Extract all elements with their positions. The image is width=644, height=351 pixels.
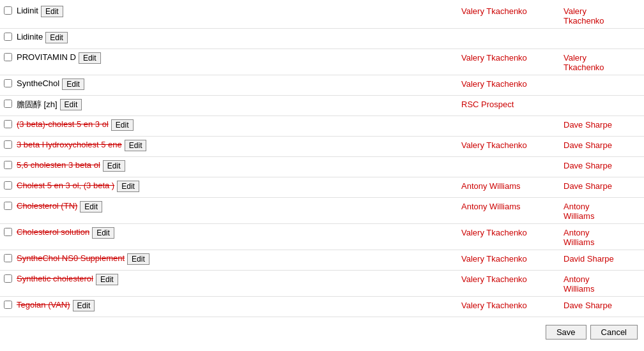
edit-button[interactable]: Edit bbox=[79, 52, 101, 64]
row-name-col: SyntheCholEdit bbox=[17, 78, 461, 90]
row-name-text: Tegolan (VAN) bbox=[17, 300, 70, 310]
row-col2: Antony Williams bbox=[564, 273, 640, 294]
table-row: Cholesterol solutionEditValery Tkachenko… bbox=[0, 224, 644, 250]
row-checkbox[interactable] bbox=[4, 301, 12, 309]
main-container: LidinitEditValery TkachenkoValery Tkache… bbox=[0, 0, 644, 351]
row-name-text: Cholesterol solution bbox=[17, 227, 89, 237]
table-row: LidiniteEdit bbox=[0, 29, 644, 49]
row-name-text: Lidinite bbox=[17, 32, 43, 41]
table-row: SyntheCholEditValery Tkachenko bbox=[0, 75, 644, 96]
row-name-col: 膽固醇 [zh]Edit bbox=[17, 98, 461, 110]
row-name-col: 5,6 cholesten 3 beta olEdit bbox=[17, 160, 461, 172]
row-col1: Valery Tkachenko bbox=[461, 299, 564, 310]
row-name-col: LidinitEdit bbox=[17, 5, 461, 17]
row-col1 bbox=[461, 31, 564, 33]
row-checkbox-col bbox=[4, 160, 17, 171]
row-col2 bbox=[564, 31, 640, 33]
row-checkbox[interactable] bbox=[4, 181, 12, 190]
row-checkbox[interactable] bbox=[4, 228, 12, 236]
row-checkbox[interactable] bbox=[4, 53, 12, 61]
row-name-text: 膽固醇 [zh] bbox=[17, 99, 57, 110]
table-row: SyntheChol NS0 SupplementEditValery Tkac… bbox=[0, 250, 644, 271]
row-name-text: Lidinit bbox=[17, 6, 38, 15]
row-checkbox-col bbox=[4, 200, 17, 212]
footer: Save Cancel bbox=[0, 320, 644, 345]
row-name-text: Synthetic cholesterol bbox=[17, 274, 93, 283]
edit-button[interactable]: Edit bbox=[80, 201, 102, 213]
row-name-col: PROVITAMIN DEdit bbox=[17, 52, 461, 64]
row-name-col: LidiniteEdit bbox=[17, 31, 461, 43]
row-col1: Antony Williams bbox=[461, 180, 564, 191]
table-row: Tegolan (VAN)EditValery TkachenkoDave Sh… bbox=[0, 297, 644, 317]
row-checkbox[interactable] bbox=[4, 274, 12, 283]
row-checkbox-col bbox=[4, 31, 17, 43]
edit-button[interactable]: Edit bbox=[125, 140, 147, 151]
row-checkbox[interactable] bbox=[4, 161, 12, 169]
row-col1: Antony Williams bbox=[461, 200, 564, 211]
row-col2: Valery Tkachenko bbox=[564, 52, 640, 72]
row-checkbox[interactable] bbox=[4, 6, 12, 15]
row-checkbox[interactable] bbox=[4, 33, 12, 41]
row-checkbox-col bbox=[4, 227, 17, 238]
row-checkbox-col bbox=[4, 139, 17, 151]
cancel-button[interactable]: Cancel bbox=[590, 325, 638, 340]
table-row: Cholest 5 en 3 ol, (3 beta )EditAntony W… bbox=[0, 177, 644, 198]
row-col1: RSC Prospect bbox=[461, 98, 564, 109]
edit-button[interactable]: Edit bbox=[117, 181, 139, 192]
row-name-col: Synthetic cholesterolEdit bbox=[17, 273, 461, 285]
edit-button[interactable]: Edit bbox=[96, 274, 118, 285]
edit-button[interactable]: Edit bbox=[127, 253, 150, 265]
row-name-col: Cholesterol (TN)Edit bbox=[17, 200, 461, 213]
edit-button[interactable]: Edit bbox=[111, 119, 134, 131]
row-col1: Valery Tkachenko bbox=[461, 52, 564, 63]
row-col2: Antony Williams bbox=[564, 227, 640, 247]
row-checkbox[interactable] bbox=[4, 140, 12, 149]
row-col2: Dave Sharpe bbox=[564, 160, 640, 170]
row-checkbox-col bbox=[4, 119, 17, 130]
row-name-text: Cholesterol (TN) bbox=[17, 201, 77, 211]
row-checkbox[interactable] bbox=[4, 202, 12, 210]
row-checkbox-col bbox=[4, 52, 17, 63]
row-name-text: 5,6 cholesten 3 beta ol bbox=[17, 160, 100, 170]
edit-button[interactable]: Edit bbox=[92, 227, 114, 239]
row-col1: Valery Tkachenko bbox=[461, 5, 564, 16]
row-col1 bbox=[461, 160, 564, 161]
row-name-text: SyntheChol NS0 Supplement bbox=[17, 253, 125, 263]
row-checkbox[interactable] bbox=[4, 100, 12, 108]
row-checkbox-col bbox=[4, 5, 17, 17]
row-name-text: 3 beta Hydroxycholest 5 ene bbox=[17, 140, 122, 149]
table-row: LidinitEditValery TkachenkoValery Tkache… bbox=[0, 3, 644, 29]
edit-button[interactable]: Edit bbox=[60, 99, 82, 110]
row-name-text: Cholest 5 en 3 ol, (3 beta ) bbox=[17, 181, 114, 190]
row-col2 bbox=[564, 98, 640, 100]
row-col2: Antony Williams bbox=[564, 200, 640, 221]
edit-button[interactable]: Edit bbox=[45, 32, 68, 43]
row-col2: Dave Sharpe bbox=[564, 180, 640, 191]
row-col1: Valery Tkachenko bbox=[461, 253, 564, 264]
edit-button[interactable]: Edit bbox=[73, 300, 95, 311]
table-row: 3 beta Hydroxycholest 5 eneEditValery Tk… bbox=[0, 137, 644, 157]
edit-button[interactable]: Edit bbox=[41, 6, 63, 17]
row-name-col: 3 beta Hydroxycholest 5 eneEdit bbox=[17, 139, 461, 151]
edit-button[interactable]: Edit bbox=[62, 78, 84, 90]
table-row: 5,6 cholesten 3 beta olEditDave Sharpe bbox=[0, 157, 644, 177]
table-row: Synthetic cholesterolEditValery Tkachenk… bbox=[0, 271, 644, 297]
table-row: 膽固醇 [zh]EditRSC Prospect bbox=[0, 96, 644, 116]
row-checkbox[interactable] bbox=[4, 120, 12, 128]
row-name-text: PROVITAMIN D bbox=[17, 52, 76, 62]
row-name-col: Cholesterol solutionEdit bbox=[17, 227, 461, 239]
edit-button[interactable]: Edit bbox=[103, 160, 125, 172]
row-col1: Valery Tkachenko bbox=[461, 78, 564, 89]
row-checkbox[interactable] bbox=[4, 254, 12, 262]
row-checkbox-col bbox=[4, 98, 17, 110]
row-name-col: (3 beta)-cholest 5 en 3 olEdit bbox=[17, 119, 461, 131]
row-col1: Valery Tkachenko bbox=[461, 139, 564, 150]
row-name-col: SyntheChol NS0 SupplementEdit bbox=[17, 253, 461, 265]
row-col2: Dave Sharpe bbox=[564, 139, 640, 150]
row-col2 bbox=[564, 78, 640, 79]
row-checkbox[interactable] bbox=[4, 79, 12, 87]
save-button[interactable]: Save bbox=[546, 325, 586, 340]
table-row: PROVITAMIN DEditValery TkachenkoValery T… bbox=[0, 49, 644, 75]
row-name-col: Tegolan (VAN)Edit bbox=[17, 299, 461, 311]
table-row: Cholesterol (TN)EditAntony WilliamsAnton… bbox=[0, 198, 644, 224]
